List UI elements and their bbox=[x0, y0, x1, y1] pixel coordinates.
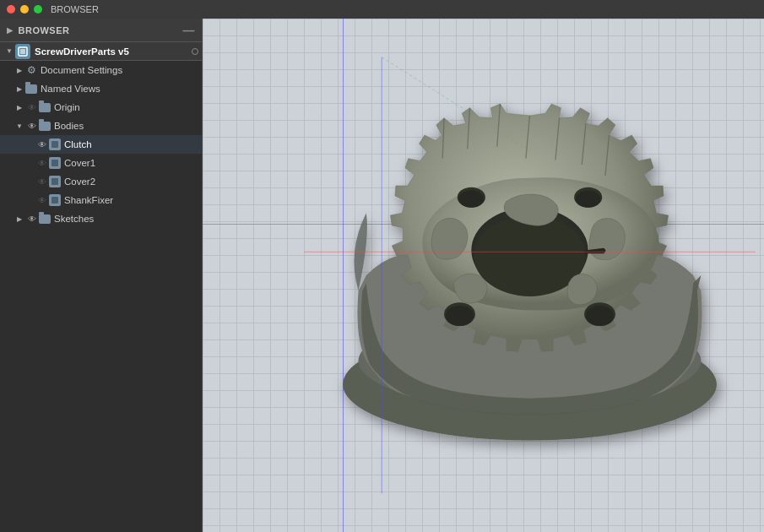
sketches-label: Sketches bbox=[54, 214, 94, 224]
settings-icon: ⚙ bbox=[25, 64, 37, 76]
title-bar: BROWSER bbox=[0, 0, 764, 19]
origin-eye: 👁 bbox=[28, 103, 36, 112]
clutch-body-icon bbox=[49, 138, 61, 150]
tree-item-cover1[interactable]: 👁 Cover1 bbox=[0, 154, 202, 172]
origin-vis-icon[interactable]: 👁 bbox=[25, 100, 39, 114]
root-status-dot bbox=[192, 48, 198, 55]
clutch-label: Clutch bbox=[64, 139, 92, 149]
main-area: ▶ BROWSER — ScrewDriverParts v5 bbox=[0, 19, 764, 532]
cover2-body-icon bbox=[49, 176, 61, 187]
browser-minimize-icon[interactable]: — bbox=[183, 24, 196, 37]
svg-point-8 bbox=[459, 190, 485, 207]
tree-item-cover2[interactable]: 👁 Cover2 bbox=[0, 172, 202, 191]
viewport[interactable] bbox=[203, 19, 764, 532]
named-views-expand-icon bbox=[14, 83, 25, 95]
cover2-expand-icon bbox=[24, 176, 35, 187]
root-label: ScrewDriverParts v5 bbox=[35, 46, 129, 57]
tree-item-named-views[interactable]: Named Views bbox=[0, 79, 202, 98]
clutch-vis-icon[interactable]: 👁 bbox=[35, 138, 49, 151]
clutch-3d-model bbox=[304, 39, 756, 512]
clutch-expand-icon bbox=[24, 138, 35, 150]
svg-point-10 bbox=[576, 190, 601, 207]
cover1-expand-icon bbox=[24, 157, 35, 169]
sketches-vis-icon[interactable]: 👁 bbox=[25, 212, 39, 225]
tree-area: ScrewDriverParts v5 ⚙ Document Settings … bbox=[0, 42, 202, 532]
tree-item-sketches[interactable]: 👁 Sketches bbox=[0, 209, 202, 228]
close-button[interactable] bbox=[7, 5, 15, 14]
sketches-eye: 👁 bbox=[28, 214, 36, 224]
shankfixer-body-icon bbox=[49, 194, 61, 206]
shankfixer-vis-icon[interactable]: 👁 bbox=[35, 193, 49, 207]
tree-item-shankfixer[interactable]: 👁 ShankFixer bbox=[0, 191, 202, 209]
browser-arrow-icon: ▶ bbox=[7, 26, 14, 35]
tree-item-clutch[interactable]: 👁 Clutch bbox=[0, 135, 202, 154]
shankfixer-label: ShankFixer bbox=[64, 195, 113, 205]
bodies-eye: 👁 bbox=[28, 122, 36, 131]
bodies-expand-icon bbox=[14, 120, 25, 132]
cover2-label: Cover2 bbox=[64, 176, 95, 187]
named-views-label: Named Views bbox=[41, 84, 100, 94]
component-icon bbox=[15, 44, 30, 59]
origin-label: Origin bbox=[54, 102, 80, 112]
cover1-eye: 👁 bbox=[38, 159, 46, 168]
bodies-folder-icon bbox=[39, 122, 51, 131]
doc-settings-expand-icon bbox=[14, 64, 25, 76]
named-views-folder-icon bbox=[25, 84, 37, 94]
browser-header: ▶ BROWSER — bbox=[0, 19, 202, 42]
tree-root[interactable]: ScrewDriverParts v5 bbox=[0, 42, 202, 61]
cover2-vis-icon[interactable]: 👁 bbox=[35, 175, 49, 188]
shankfixer-expand-icon bbox=[24, 194, 35, 206]
minimize-button[interactable] bbox=[20, 5, 29, 14]
tree-item-document-settings[interactable]: ⚙ Document Settings bbox=[0, 61, 202, 79]
cover1-vis-icon[interactable]: 👁 bbox=[35, 156, 49, 170]
cover1-label: Cover1 bbox=[64, 158, 95, 168]
tree-item-origin[interactable]: 👁 Origin bbox=[0, 98, 202, 117]
model-container bbox=[304, 35, 756, 515]
root-expand-icon bbox=[3, 46, 15, 57]
sketches-folder-icon bbox=[39, 214, 51, 224]
sketches-expand-icon bbox=[14, 213, 25, 225]
app-title: BROWSER bbox=[51, 4, 99, 14]
bodies-vis-icon[interactable]: 👁 bbox=[25, 119, 39, 133]
clutch-eye: 👁 bbox=[38, 140, 46, 149]
svg-rect-1 bbox=[20, 49, 25, 54]
tree-item-bodies[interactable]: 👁 Bodies bbox=[0, 117, 202, 135]
browser-title: BROWSER bbox=[19, 25, 70, 35]
doc-settings-label: Document Settings bbox=[41, 65, 122, 75]
bodies-label: Bodies bbox=[54, 121, 84, 131]
svg-point-14 bbox=[586, 306, 614, 326]
maximize-button[interactable] bbox=[34, 5, 42, 14]
browser-panel: ▶ BROWSER — ScrewDriverParts v5 bbox=[0, 19, 203, 532]
shankfixer-eye: 👁 bbox=[38, 196, 46, 205]
cover2-eye: 👁 bbox=[38, 177, 46, 187]
svg-point-12 bbox=[446, 306, 474, 326]
cover1-body-icon bbox=[49, 157, 61, 169]
origin-expand-icon bbox=[14, 101, 25, 113]
origin-folder-icon bbox=[39, 103, 51, 112]
